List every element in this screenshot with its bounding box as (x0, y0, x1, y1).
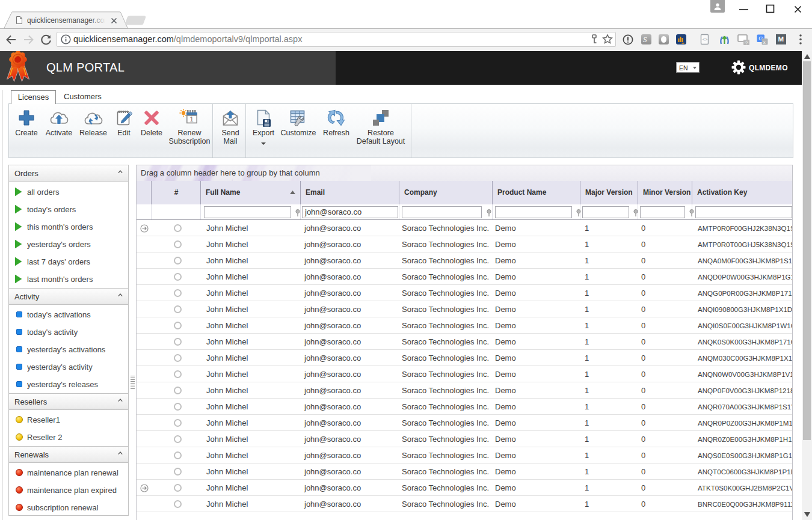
svg-text:x: x (763, 40, 766, 45)
svg-text:?: ? (745, 40, 748, 46)
svg-text:<>: <> (703, 37, 707, 41)
svg-text:1: 1 (190, 115, 194, 123)
